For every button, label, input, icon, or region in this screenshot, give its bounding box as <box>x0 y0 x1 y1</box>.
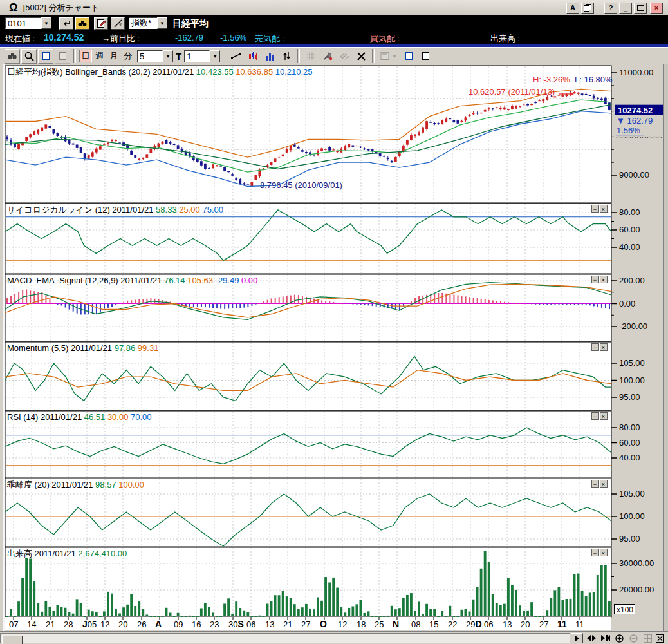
close-button[interactable]: × <box>650 3 663 14</box>
magnifier-icon <box>24 52 34 61</box>
toolbar-separator <box>223 49 225 63</box>
zoom-search-button[interactable] <box>21 49 37 64</box>
load-symbol-button[interactable] <box>59 17 73 30</box>
bar-count-dropdown-icon[interactable]: ▼ <box>163 50 173 62</box>
svg-text:−: − <box>593 481 597 488</box>
save-layout-button[interactable] <box>378 49 400 64</box>
quote-bar: 現在値 : 10,274.52 →前日比 : -162.79 -1.56% 売気… <box>0 31 668 44</box>
market-select-value: 指数* <box>129 17 157 29</box>
trendline-tool-button[interactable] <box>228 49 244 64</box>
change-value: -162.79 <box>175 33 203 43</box>
bar-chart-type-button[interactable] <box>262 49 277 64</box>
x-axis-label: 16 <box>192 620 201 629</box>
axis-label: 200.00 <box>619 276 645 285</box>
delete-all-button[interactable] <box>353 49 369 64</box>
volume-label: 出来高 : <box>490 33 520 44</box>
scroll-right-button[interactable] <box>571 633 583 643</box>
symbol-code-input[interactable] <box>5 17 41 29</box>
symbol-code-combo[interactable]: ▼ <box>5 17 51 29</box>
axis-label: 11000.00 <box>619 68 653 77</box>
boxed-x-icon <box>656 634 664 643</box>
panel-kairi: 105.00100.0095.00乖離度 (20) 2011/01/21 98.… <box>5 478 645 547</box>
help-button[interactable]: ? <box>604 3 617 14</box>
period-minute-button[interactable]: 分 <box>122 50 135 62</box>
zoom-out-icon <box>629 634 638 643</box>
x-axis-label: A <box>155 619 162 629</box>
indicator-settings-button[interactable] <box>320 49 335 64</box>
grid-settings-button[interactable] <box>303 49 319 64</box>
period-daily-button[interactable]: 日 <box>79 50 92 62</box>
paste-chart-button[interactable] <box>55 49 70 64</box>
market-select[interactable]: 指数* ▼ <box>129 17 167 29</box>
watch-list-button[interactable] <box>5 49 20 64</box>
svg-text:−: − <box>593 550 597 556</box>
x-axis-label: 26 <box>137 620 146 629</box>
annotate-button[interactable]: A <box>566 3 579 14</box>
scale-adjust-button[interactable] <box>279 49 294 64</box>
panel-header: Momentum (5,5) 2011/01/21 97.86 99.31 <box>7 343 158 353</box>
toolbar-separator <box>372 49 375 63</box>
x-axis-label: 27 <box>539 620 548 629</box>
symbol-dropdown-arrow-icon[interactable]: ▼ <box>41 17 51 29</box>
panel-grid-icon <box>644 634 652 643</box>
interval-input[interactable] <box>184 50 210 62</box>
maximize-icon <box>637 5 644 11</box>
grid-icon <box>306 52 315 61</box>
svg-text:1.56%: 1.56% <box>617 126 640 135</box>
panel-header: MACD_EMA_Signal (12,26,9) 2011/01/21 76.… <box>7 276 257 285</box>
axis-label: -200.00 <box>619 321 647 331</box>
candle-chart-type-button[interactable] <box>245 49 261 64</box>
tick-mode-button[interactable]: T <box>176 51 181 62</box>
bottom-bar <box>0 631 668 644</box>
axis-label: 0.00 <box>619 299 635 308</box>
svg-text:−: − <box>593 345 597 351</box>
x-axis-label: 09 <box>174 620 183 629</box>
period-monthly-button[interactable]: 月 <box>107 50 120 62</box>
edit-chart-button[interactable] <box>94 17 108 30</box>
chart-annotation: H: -3.26% <box>533 75 570 84</box>
copy-window-button[interactable] <box>581 3 594 14</box>
axis-label: 60.00 <box>619 438 640 448</box>
x-axis-label: 21 <box>46 620 55 629</box>
interval-dropdown-icon[interactable]: ▼ <box>210 50 220 62</box>
x-axis-label: 29D <box>466 619 482 629</box>
scrollbar-thumb[interactable] <box>2 636 23 644</box>
axis-label: 80.00 <box>619 207 640 217</box>
minimize-button[interactable]: _ <box>619 3 632 14</box>
bar-count-input[interactable] <box>137 50 163 62</box>
axis-label: 95.00 <box>619 392 640 402</box>
svg-text:10274.52: 10274.52 <box>618 106 653 115</box>
volume-unit-label: x100 <box>617 605 633 614</box>
svg-text:×: × <box>602 550 605 556</box>
binoculars-dark-icon <box>8 53 17 60</box>
open-page-button[interactable] <box>418 49 433 64</box>
close-panel-button[interactable] <box>654 633 666 643</box>
market-dropdown-arrow-icon[interactable]: ▼ <box>157 17 167 29</box>
window-title: [5002] 分析チャート <box>23 2 100 14</box>
expand-bars-button[interactable] <box>585 633 597 643</box>
window-buttons: A ? _ × <box>566 3 668 14</box>
axis-label: 20000.00 <box>619 585 654 594</box>
horizontal-scrollbar[interactable] <box>0 633 570 643</box>
maximize-button[interactable] <box>634 3 647 14</box>
axis-label: 40.00 <box>619 242 640 252</box>
bid-label: 買気配 : <box>370 33 400 44</box>
zoom-in-icon <box>615 634 624 643</box>
eraser-button[interactable] <box>337 49 352 64</box>
symbol-bar: ▼ 指数* ▼ 日経平均 <box>0 15 668 31</box>
delete-x-icon <box>357 52 366 61</box>
x-axis-label: 23 <box>210 620 219 629</box>
zoom-in-button[interactable] <box>613 633 626 643</box>
panel-header: RSI (14) 2011/01/21 46.51 30.00 70.00 <box>7 412 152 422</box>
copy-chart-button[interactable] <box>38 49 53 64</box>
zoom-out-button[interactable] <box>627 633 640 643</box>
period-weekly-button[interactable]: 週 <box>93 50 106 62</box>
svg-text:×: × <box>602 277 605 283</box>
jump-to-latest-button[interactable] <box>599 633 611 643</box>
toolbar-separator <box>297 49 300 63</box>
eraser-icon <box>340 52 349 60</box>
panel-grid-button[interactable] <box>642 633 654 643</box>
clear-drawing-button[interactable] <box>111 17 125 30</box>
symbol-search-button[interactable] <box>75 17 89 30</box>
new-page-button[interactable] <box>401 49 416 64</box>
